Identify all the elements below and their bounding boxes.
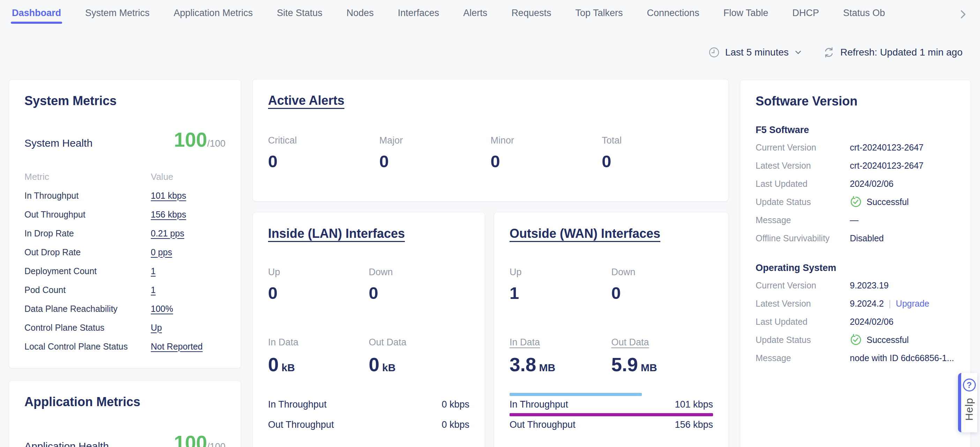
throughput-label: Out Throughput: [509, 420, 576, 430]
stat-value: 0: [268, 152, 379, 171]
chevron-down-icon: [794, 48, 802, 56]
status-text: Successful: [867, 335, 909, 345]
throughput-label: In Throughput: [268, 399, 327, 410]
sw-row-current-version: Current Version crt-20240123-2647: [756, 138, 955, 156]
metric-value-link[interactable]: 1: [151, 266, 226, 276]
row-label: Update Status: [756, 335, 850, 345]
system-health-suffix: /100: [207, 138, 226, 149]
toolbar: Last 5 minutes Refresh: Updated 1 min ag…: [708, 44, 963, 61]
tab-flow-table[interactable]: Flow Table: [724, 7, 768, 19]
operating-system-heading: Operating System: [756, 263, 955, 273]
application-metrics-card: Application Metrics Application Health 1…: [9, 380, 241, 447]
sw-row-last-updated: Last Updated 2024/02/06: [756, 313, 955, 331]
time-range-value: Last 5 minutes: [725, 47, 789, 58]
stat-value: 0kB: [369, 354, 470, 375]
throughput-label: In Throughput: [509, 399, 568, 410]
help-tab[interactable]: ? Help: [958, 373, 977, 432]
refresh-icon: [823, 46, 835, 58]
in-throughput-bar-track: [509, 393, 713, 396]
software-version-card: Software Version F5 Software Current Ver…: [740, 80, 971, 447]
throughput-value: 0 kbps: [441, 399, 469, 410]
software-version-title: Software Version: [756, 93, 955, 109]
tab-site-status[interactable]: Site Status: [277, 7, 323, 19]
tab-system-metrics[interactable]: System Metrics: [85, 7, 150, 19]
alert-stat-minor: Minor 0: [491, 135, 602, 171]
row-label: Message: [756, 353, 850, 363]
table-row: Pod Count 1: [24, 281, 226, 299]
help-label: Help: [963, 398, 975, 421]
metric-value-link[interactable]: Not Reported: [151, 342, 226, 352]
metric-value-link[interactable]: 100%: [151, 304, 226, 314]
application-health-value: 100: [174, 432, 207, 447]
f5-software-rows: Current Version crt-20240123-2647 Latest…: [756, 138, 955, 247]
metric-value-link[interactable]: 1: [151, 285, 226, 295]
metric-value-link[interactable]: 0.21 pps: [151, 228, 226, 238]
application-metrics-title: Application Metrics: [24, 394, 226, 410]
wan-out-data-stat: Out Data 5.9MB: [611, 337, 713, 375]
lan-up-stat: Up 0: [268, 267, 369, 303]
tab-nodes[interactable]: Nodes: [347, 7, 374, 19]
tab-connections[interactable]: Connections: [647, 7, 699, 19]
lan-out-data-stat: Out Data 0kB: [369, 337, 470, 375]
active-alerts-title-link[interactable]: Active Alerts: [268, 93, 344, 109]
refresh-button[interactable]: Refresh: Updated 1 min ago: [823, 46, 963, 58]
success-refresh-icon: [850, 196, 862, 208]
sw-row-latest-version: Latest Version crt-20240123-2647: [756, 156, 955, 175]
top-nav: Dashboard System Metrics Application Met…: [0, 0, 980, 23]
metric-value-link[interactable]: Up: [151, 322, 226, 333]
wan-up-stat: Up 1: [509, 267, 611, 303]
tab-interfaces[interactable]: Interfaces: [398, 7, 439, 19]
data-number: 5.9: [611, 354, 638, 375]
data-unit: kB: [382, 362, 395, 373]
table-row: Data Plane Reachability 100%: [24, 299, 226, 318]
in-data-link[interactable]: In Data: [509, 337, 540, 348]
sw-row-message: Message node with ID 6dc66856-1...: [756, 349, 955, 367]
metric-value-link[interactable]: 0 pps: [151, 247, 226, 257]
out-data-link[interactable]: Out Data: [611, 337, 649, 348]
wan-out-throughput-row: Out Throughput 156 kbps: [509, 413, 713, 430]
wan-interfaces-title-link[interactable]: Outside (WAN) Interfaces: [509, 226, 660, 242]
system-metrics-table: Metric Value In Throughput 101 kbps Out …: [24, 167, 226, 356]
row-label: Latest Version: [756, 299, 850, 309]
metric-label: Out Throughput: [24, 209, 151, 220]
row-label: Latest Version: [756, 161, 850, 171]
wan-in-throughput-row: In Throughput 101 kbps: [509, 393, 713, 410]
table-row: Out Drop Rate 0 pps: [24, 243, 226, 262]
lan-interfaces-title-link[interactable]: Inside (LAN) Interfaces: [268, 226, 405, 242]
row-value: 9.2023.19: [850, 281, 955, 291]
system-health-row: System Health 100/100: [24, 130, 226, 150]
throughput-label: Out Throughput: [268, 420, 334, 430]
tab-dhcp[interactable]: DHCP: [792, 7, 819, 19]
f5-software-heading: F5 Software: [756, 125, 955, 136]
metric-label: Local Control Plane Status: [24, 342, 151, 352]
wan-data-row: In Data 3.8MB Out Data 5.9MB: [509, 337, 713, 375]
nav-scroll-right-button[interactable]: [957, 8, 969, 20]
stat-label: Critical: [268, 135, 379, 146]
tab-status-objects[interactable]: Status Ob: [843, 7, 885, 19]
row-label: Update Status: [756, 197, 850, 207]
tab-dashboard[interactable]: Dashboard: [12, 7, 61, 19]
tab-top-talkers[interactable]: Top Talkers: [575, 7, 623, 19]
upgrade-link[interactable]: Upgrade: [896, 299, 929, 309]
table-row: Out Throughput 156 kbps: [24, 205, 226, 224]
tab-requests[interactable]: Requests: [511, 7, 551, 19]
stat-value: 0: [268, 284, 369, 303]
lan-in-throughput-row: In Throughput 0 kbps: [268, 393, 469, 410]
row-label: Current Version: [756, 142, 850, 153]
row-value: 9.2024.2: [850, 299, 884, 309]
data-unit: MB: [539, 362, 555, 373]
row-label: Offline Survivability: [756, 233, 850, 243]
time-range-select[interactable]: Last 5 minutes: [708, 47, 802, 58]
sw-row-update-status: Update Status Successful: [756, 331, 955, 349]
metric-value-link[interactable]: 101 kbps: [151, 191, 226, 201]
tab-alerts[interactable]: Alerts: [463, 7, 487, 19]
metric-value-link[interactable]: 156 kbps: [151, 209, 226, 220]
row-value: crt-20240123-2647: [850, 161, 955, 171]
stat-label: Down: [369, 267, 470, 278]
data-number: 0: [268, 354, 279, 375]
sw-row-update-status: Update Status Successful: [756, 193, 955, 211]
tab-application-metrics[interactable]: Application Metrics: [174, 7, 253, 19]
row-label: Current Version: [756, 281, 850, 291]
in-throughput-bar: [509, 393, 642, 396]
out-throughput-bar: [509, 413, 713, 416]
